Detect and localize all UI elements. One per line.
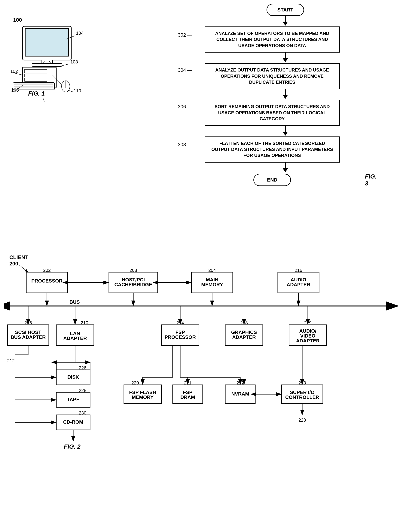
svg-text:110: 110	[74, 88, 81, 92]
svg-line-31	[19, 265, 28, 272]
svg-text:DRAM: DRAM	[180, 394, 195, 400]
svg-text:ADAPTER: ADAPTER	[296, 338, 320, 344]
svg-text:MEMORY: MEMORY	[201, 282, 223, 287]
fig3-flowchart: START 302 — ANALYZE SET OF OPERATORS TO …	[169, 4, 375, 187]
svg-text:230: 230	[79, 410, 86, 415]
step302-box: ANALYZE SET OF OPERATORS TO BE MAPPED AN…	[204, 27, 340, 53]
svg-text:200: 200	[9, 261, 18, 267]
svg-text:MEMORY: MEMORY	[132, 394, 154, 400]
svg-text:104: 104	[76, 31, 84, 36]
svg-text:102: 102	[11, 69, 18, 74]
svg-text:FIG. 2: FIG. 2	[64, 443, 81, 450]
svg-text:ADAPTER: ADAPTER	[232, 334, 256, 340]
svg-text:212: 212	[7, 358, 15, 363]
svg-rect-11	[15, 84, 53, 85]
start-node: START	[267, 4, 304, 16]
svg-text:106: 106	[11, 87, 19, 92]
svg-text:PROCESSOR: PROCESSOR	[31, 278, 63, 284]
step306-ref: 306 —	[169, 100, 195, 110]
svg-text:228: 228	[79, 388, 86, 393]
svg-text:220: 220	[131, 380, 139, 385]
svg-text:ADAPTER: ADAPTER	[63, 336, 87, 341]
svg-text:CD-ROM: CD-ROM	[63, 419, 83, 425]
svg-point-5	[50, 61, 51, 62]
svg-text:PROCESSOR: PROCESSOR	[165, 334, 196, 340]
svg-rect-7	[24, 69, 47, 73]
svg-text:CLIENT: CLIENT	[9, 254, 28, 260]
svg-text:CONTROLLER: CONTROLLER	[285, 394, 319, 400]
end-node: END	[253, 174, 291, 186]
step302-ref: 302 —	[169, 27, 195, 38]
svg-text:223: 223	[298, 418, 306, 423]
svg-text:226: 226	[79, 365, 86, 370]
svg-text:210: 210	[81, 320, 88, 325]
fig2-area: .blk { fill: white; stroke: black; strok…	[4, 253, 405, 520]
svg-text:202: 202	[43, 268, 51, 273]
svg-point-4	[43, 61, 44, 62]
svg-text:DISK: DISK	[67, 374, 79, 380]
svg-rect-1	[25, 28, 68, 56]
step308-ref: 308 —	[169, 137, 195, 148]
step304-box: ANALYZE OUTPUT DATA STRUCTURES AND USAGE…	[204, 63, 340, 89]
svg-text:208: 208	[130, 268, 137, 273]
fig1-caption: FIG. 1	[28, 90, 45, 97]
svg-text:108: 108	[70, 59, 78, 64]
fig1-area: 100 104 108 102	[6, 15, 84, 105]
svg-text:TAPE: TAPE	[67, 397, 79, 402]
svg-text:CACHE/BRIDGE: CACHE/BRIDGE	[114, 282, 152, 287]
svg-rect-9	[24, 78, 47, 82]
fig2-diagram: .blk { fill: white; stroke: black; strok…	[4, 253, 405, 520]
svg-text:204: 204	[208, 268, 216, 273]
backslash-decoration: \	[43, 98, 45, 104]
svg-rect-3	[32, 64, 62, 66]
svg-rect-8	[24, 74, 47, 77]
fig3-caption: FIG. 3	[365, 173, 377, 187]
svg-text:216: 216	[295, 268, 302, 273]
step308-box: FLATTEN EACH OF THE SORTED CATEGORIZED O…	[204, 137, 340, 163]
fig1-ref-100: 100	[13, 17, 22, 23]
svg-text:BUS: BUS	[69, 299, 80, 305]
computer-illustration: 104 108 102 106 110	[11, 24, 86, 92]
step306-box: SORT REMAINING OUTPUT DATA STRUCTURES AN…	[204, 100, 340, 126]
svg-text:NVRAM: NVRAM	[231, 391, 249, 397]
svg-text:BUS ADAPTER: BUS ADAPTER	[11, 334, 46, 340]
step304-ref: 304 —	[169, 63, 195, 73]
svg-text:ADAPTER: ADAPTER	[287, 282, 310, 287]
